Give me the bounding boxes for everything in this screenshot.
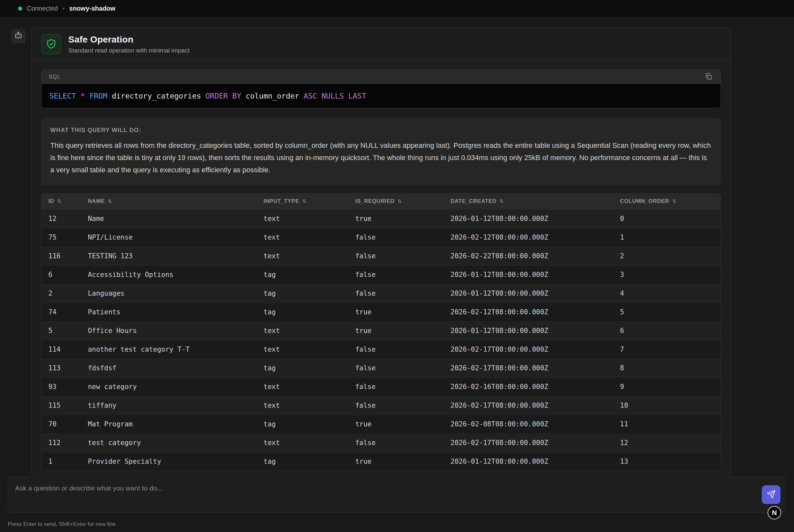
table-cell: tag — [257, 284, 349, 303]
table-cell: 2026-01-12T08:00:00.000Z — [444, 209, 613, 228]
table-row[interactable]: 70Mat Programtagtrue2026-02-08T08:00:00.… — [41, 415, 721, 434]
table-cell: Mat Program — [81, 415, 257, 434]
table-row[interactable]: 113fdsfdsftagfalse2026-02-17T08:00:00.00… — [41, 359, 721, 377]
table-cell: 2026-01-12T08:00:00.000Z — [444, 452, 613, 471]
table-cell: 2026-01-12T08:00:00.000Z — [444, 321, 613, 340]
table-cell: tag — [257, 359, 349, 377]
table-row[interactable]: 5Office Hourstexttrue2026-01-12T08:00:00… — [41, 321, 721, 340]
table-cell: text — [257, 321, 349, 340]
table-cell: fdsfdsf — [81, 359, 257, 377]
chat-input[interactable] — [8, 477, 786, 512]
table-cell: new category — [81, 377, 257, 396]
table-cell: tag — [257, 415, 349, 434]
column-header-label: COLUMN_ORDER — [620, 198, 669, 204]
connection-status-dot — [18, 6, 22, 11]
table-cell: 13 — [613, 452, 721, 471]
table-cell: Provider Specialty — [81, 452, 257, 471]
send-button[interactable] — [762, 485, 780, 504]
sql-token: * — [80, 92, 85, 100]
table-row[interactable]: 74Patientstagtrue2026-02-12T08:00:00.000… — [41, 303, 721, 321]
column-header-column_order[interactable]: COLUMN_ORDER⇅ — [613, 193, 721, 209]
table-cell: Name — [81, 209, 257, 228]
table-cell: 2026-01-12T08:00:00.000Z — [444, 265, 613, 284]
table-cell: Patients — [81, 303, 257, 321]
table-cell: 114 — [41, 340, 81, 359]
table-cell: 93 — [41, 377, 81, 396]
table-row[interactable]: 112test categorytextfalse2026-02-17T08:0… — [41, 434, 721, 452]
sql-label: SQL — [49, 74, 60, 80]
explanation-heading: WHAT THIS QUERY WILL DO: — [50, 127, 712, 134]
chat-input-container — [8, 476, 786, 513]
table-header-row: ID⇅NAME⇅INPUT_TYPE⇅IS_REQUIRED⇅DATE_CREA… — [41, 193, 721, 209]
sql-token — [317, 92, 321, 100]
explanation-body: This query retrieves all rows from the d… — [50, 139, 712, 176]
table-cell: 112 — [41, 434, 81, 452]
table-cell: true — [348, 452, 444, 471]
table-cell: 2026-02-17T08:00:00.000Z — [444, 359, 613, 377]
card-body: SQL SELECT * FROM directory_categories O… — [32, 60, 731, 471]
copy-sql-button[interactable] — [704, 72, 714, 82]
column-header-date_created[interactable]: DATE_CREATED⇅ — [444, 193, 613, 209]
table-cell: false — [348, 247, 444, 265]
user-avatar[interactable]: N — [768, 506, 781, 519]
table-cell: false — [348, 434, 444, 452]
table-cell: 5 — [41, 321, 81, 340]
table-cell: tiffany — [81, 396, 257, 415]
safety-header: Safe Operation Standard read operation w… — [32, 28, 731, 60]
page-subtitle: Standard read operation with minimal imp… — [68, 47, 189, 54]
table-cell: another test category T-T — [81, 340, 257, 359]
table-cell: 4 — [613, 284, 721, 303]
table-cell: 12 — [613, 434, 721, 452]
table-row[interactable]: 75NPI/Licensetextfalse2026-02-12T08:00:0… — [41, 228, 721, 247]
sql-token: NULLS LAST — [321, 92, 366, 100]
sql-token: ORDER BY — [206, 92, 241, 100]
table-cell: false — [348, 228, 444, 247]
table-cell: 115 — [41, 396, 81, 415]
table-cell: Office Hours — [81, 321, 257, 340]
sql-block: SQL SELECT * FROM directory_categories O… — [41, 69, 721, 108]
sql-token: FROM — [90, 92, 107, 100]
table-row[interactable]: 115tiffanytextfalse2026-02-17T08:00:00.0… — [41, 396, 721, 415]
table-cell: 2026-02-12T08:00:00.000Z — [444, 228, 613, 247]
table-cell: tag — [257, 265, 349, 284]
sort-icon: ⇅ — [397, 198, 402, 204]
query-explanation-panel: WHAT THIS QUERY WILL DO: This query retr… — [41, 118, 721, 185]
table-row[interactable]: 2Languagestagfalse2026-01-12T08:00:00.00… — [41, 284, 721, 303]
table-cell: 74 — [41, 303, 81, 321]
table-cell: NPI/License — [81, 228, 257, 247]
chat-bar: Press Enter to send, Shift+Enter for new… — [0, 476, 794, 532]
table-row[interactable]: 12Nametexttrue2026-01-12T08:00:00.000Z0 — [41, 209, 721, 228]
table-cell: 6 — [41, 265, 81, 284]
table-cell: Accessibility Options — [81, 265, 257, 284]
table-cell: 70 — [41, 415, 81, 434]
sql-token: ASC — [303, 92, 317, 100]
sort-icon: ⇅ — [302, 198, 307, 204]
table-row[interactable]: 1Provider Specialtytagtrue2026-01-12T08:… — [41, 452, 721, 471]
sort-icon: ⇅ — [108, 198, 112, 204]
table-cell: 3 — [613, 265, 721, 284]
table-cell: 2026-01-12T08:00:00.000Z — [444, 284, 613, 303]
column-header-label: IS_REQUIRED — [355, 198, 394, 204]
safety-header-text: Safe Operation Standard read operation w… — [68, 35, 189, 54]
sort-icon: ⇅ — [57, 198, 61, 204]
paper-plane-icon — [767, 490, 776, 500]
table-cell: false — [348, 396, 444, 415]
column-header-label: INPUT_TYPE — [264, 198, 299, 204]
connection-status-label: Connected — [27, 5, 58, 12]
table-row[interactable]: 93new categorytextfalse2026-02-16T08:00:… — [41, 377, 721, 396]
column-header-is_required[interactable]: IS_REQUIRED⇅ — [348, 193, 444, 209]
table-cell: 116 — [41, 247, 81, 265]
table-row[interactable]: 6Accessibility Optionstagfalse2026-01-12… — [41, 265, 721, 284]
column-header-input_type[interactable]: INPUT_TYPE⇅ — [257, 193, 349, 209]
table-cell: text — [257, 228, 349, 247]
connection-name: snowy-shadow — [69, 5, 115, 12]
sql-block-header: SQL — [41, 70, 721, 84]
column-header-id[interactable]: ID⇅ — [41, 193, 81, 209]
table-cell: 11 — [613, 415, 721, 434]
table-row[interactable]: 114another test category T-Ttextfalse202… — [41, 340, 721, 359]
column-header-name[interactable]: NAME⇅ — [81, 193, 257, 209]
table-cell: false — [348, 340, 444, 359]
table-row[interactable]: 116TESTING 123textfalse2026-02-22T08:00:… — [41, 247, 721, 265]
table-cell: text — [257, 434, 349, 452]
table-cell: 2026-02-12T08:00:00.000Z — [444, 303, 613, 321]
